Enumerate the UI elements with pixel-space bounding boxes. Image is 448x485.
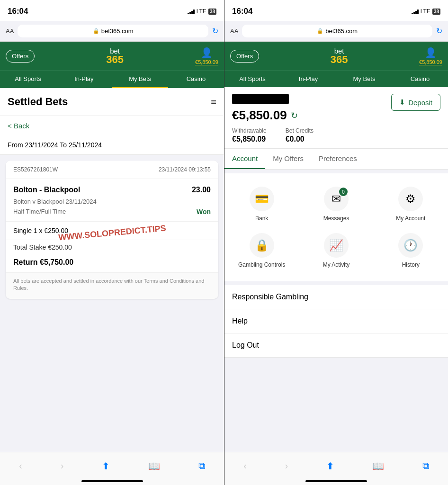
- right-account-balance: €5,850.09: [419, 59, 442, 65]
- right-forward-btn[interactable]: ›: [279, 458, 294, 473]
- right-font-size-btn[interactable]: AA: [230, 27, 238, 35]
- menu-item-messages[interactable]: ✉ 0 Messages: [299, 181, 373, 227]
- right-logo: bet 365: [331, 47, 348, 65]
- left-refresh-icon[interactable]: ↻: [212, 27, 218, 36]
- right-page-content: €5,850.09 ↻ Withdrawable €5,850.09 Bet C…: [224, 87, 448, 452]
- right-bet365-header: Offers bet 365 👤 €5,850.09: [224, 42, 448, 70]
- bet-fixture-detail: Bolton v Blackpool 23/11/2024: [6, 197, 218, 206]
- bet-odds: 23.00: [192, 186, 211, 194]
- left-url-bar[interactable]: 🔒 bet365.com: [18, 25, 208, 37]
- bet-match-name: Bolton - Blackpool: [13, 186, 80, 194]
- bet-credits-value: €0.00: [286, 135, 314, 144]
- left-account-icon: 👤: [201, 47, 213, 58]
- left-status-icons: LTE 38: [188, 8, 216, 15]
- right-phone: 16:04 LTE 38 AA 🔒 bet365.com ↻ Offers be…: [224, 0, 448, 485]
- menu-item-gambling-controls[interactable]: 🔒 Gambling Controls: [224, 227, 299, 274]
- bet-type-row: Half Time/Full Time Won: [6, 206, 218, 221]
- left-back-btn[interactable]: ‹: [13, 458, 28, 473]
- left-phone: 16:04 LTE 38 AA 🔒 bet365.com ↻ Offers be…: [0, 0, 224, 485]
- bet-reference: ES5267261801W: [13, 166, 58, 173]
- my-account-label: My Account: [396, 215, 425, 222]
- tab-preferences[interactable]: Preferences: [311, 149, 365, 169]
- right-nav-my-bets[interactable]: My Bets: [336, 71, 392, 87]
- gambling-controls-icon: 🔒: [255, 239, 269, 252]
- right-refresh-icon[interactable]: ↻: [436, 27, 442, 36]
- right-url-text: bet365.com: [325, 27, 358, 35]
- account-tabs: Account My Offers Preferences: [224, 149, 448, 170]
- right-url-bar[interactable]: 🔒 bet365.com: [242, 25, 432, 37]
- my-account-icon: ⚙: [405, 192, 416, 206]
- my-activity-icon-wrap: 📈: [324, 233, 349, 258]
- right-bookmarks-btn[interactable]: 📖: [367, 458, 390, 474]
- menu-item-history[interactable]: 🕐 History: [374, 227, 448, 274]
- right-lock-icon: 🔒: [317, 28, 323, 34]
- hamburger-icon[interactable]: ≡: [211, 97, 216, 108]
- right-back-btn[interactable]: ‹: [238, 458, 252, 473]
- history-icon: 🕐: [403, 239, 418, 252]
- balance-section: €5,850.09 ↻ Withdrawable €5,850.09 Bet C…: [224, 87, 448, 149]
- left-browser-bar[interactable]: AA 🔒 bet365.com ↻: [0, 21, 224, 42]
- right-browser-bar[interactable]: AA 🔒 bet365.com ↻: [224, 21, 448, 42]
- messages-label: Messages: [323, 215, 349, 222]
- left-account-balance: €5,850.09: [195, 59, 218, 65]
- my-activity-label: My Activity: [323, 261, 350, 268]
- history-label: History: [402, 261, 420, 268]
- menu-item-my-activity[interactable]: 📈 My Activity: [299, 227, 373, 274]
- main-balance: €5,850.09: [232, 108, 287, 123]
- right-home-indicator: [305, 480, 367, 482]
- right-account-btn[interactable]: 👤 €5,850.09: [419, 47, 442, 65]
- right-account-icon: 👤: [425, 47, 437, 58]
- gambling-controls-label: Gambling Controls: [238, 261, 285, 268]
- menu-item-my-account[interactable]: ⚙ My Account: [374, 181, 448, 227]
- network-type: LTE: [197, 8, 206, 15]
- left-share-btn[interactable]: ⬆: [96, 458, 116, 474]
- help-item[interactable]: Help: [224, 309, 448, 333]
- sub-balances: Withdrawable €5,850.09 Bet Credits €0.00: [232, 127, 314, 144]
- balance-refresh-icon[interactable]: ↻: [291, 110, 298, 121]
- my-account-icon-wrap: ⚙: [398, 187, 423, 211]
- right-nav-all-sports[interactable]: All Sports: [224, 71, 280, 87]
- left-nav-all-sports[interactable]: All Sports: [0, 71, 56, 88]
- bet-type: Half Time/Full Time: [13, 208, 66, 216]
- bet-return: Return €5,750.00: [13, 258, 73, 266]
- right-nav-bar: All Sports In-Play My Bets Casino: [224, 70, 448, 87]
- bet-credits-balance: Bet Credits €0.00: [286, 127, 314, 144]
- left-bookmarks-btn[interactable]: 📖: [143, 458, 166, 474]
- menu-item-bank[interactable]: 💳 Bank: [224, 181, 299, 227]
- deposit-label: Deposit: [408, 99, 432, 107]
- left-nav-my-bets[interactable]: My Bets: [112, 71, 168, 88]
- left-offers-button[interactable]: Offers: [6, 50, 35, 63]
- right-tabs-btn[interactable]: ⧉: [417, 458, 435, 473]
- tab-account[interactable]: Account: [224, 149, 265, 169]
- left-page-content: Settled Bets ≡ < Back From 23/11/2024 To…: [0, 88, 224, 452]
- responsible-gambling-item[interactable]: Responsible Gambling: [224, 285, 448, 309]
- left-account-btn[interactable]: 👤 €5,850.09: [195, 47, 218, 65]
- account-menu-grid: 💳 Bank ✉ 0 Messages ⚙ My Account 🔒: [224, 173, 448, 281]
- bet-card-header: ES5267261801W 23/11/2024 09:13:55: [6, 161, 218, 179]
- right-offers-button[interactable]: Offers: [230, 50, 259, 63]
- total-stake-row: Total Stake €250.00: [6, 240, 218, 254]
- right-nav-casino[interactable]: Casino: [392, 71, 448, 87]
- right-logo-365: 365: [331, 54, 348, 65]
- withdrawable-value: €5,850.09: [232, 135, 267, 144]
- right-nav-inplay[interactable]: In-Play: [280, 71, 336, 87]
- withdrawable-label: Withdrawable: [232, 127, 267, 134]
- signal-icon: [188, 9, 195, 14]
- settled-bets-title: Settled Bets: [8, 96, 68, 108]
- tab-my-offers[interactable]: My Offers: [265, 149, 311, 169]
- bet-datetime: 23/11/2024 09:13:55: [159, 166, 211, 173]
- left-forward-btn[interactable]: ›: [55, 458, 70, 473]
- logout-item[interactable]: Log Out: [224, 333, 448, 358]
- messages-icon-wrap: ✉ 0: [324, 187, 349, 211]
- left-nav-bar: All Sports In-Play My Bets Casino: [0, 70, 224, 88]
- back-button[interactable]: < Back: [0, 116, 224, 135]
- left-url-text: bet365.com: [101, 27, 134, 35]
- deposit-button[interactable]: ⬇ Deposit: [391, 94, 440, 111]
- right-share-btn[interactable]: ⬆: [321, 458, 340, 474]
- left-nav-inplay[interactable]: In-Play: [56, 71, 112, 88]
- left-bet365-header: Offers bet 365 👤 €5,850.09: [0, 42, 224, 70]
- left-tabs-btn[interactable]: ⧉: [193, 458, 211, 473]
- left-font-size-btn[interactable]: AA: [6, 27, 14, 35]
- bet-credits-label: Bet Credits: [286, 127, 314, 134]
- left-nav-casino[interactable]: Casino: [168, 71, 224, 88]
